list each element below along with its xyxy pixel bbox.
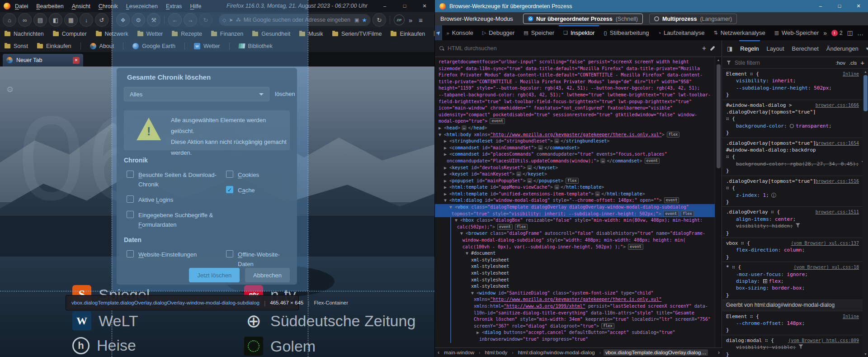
- rule-source-link[interactable]: browser.css:1666: [816, 102, 859, 109]
- rule-source-link[interactable]: (vom Browser) html.css:809: [788, 337, 859, 344]
- breadcrumb-item[interactable]: html:dialog#window-modal-dialog: [516, 349, 597, 356]
- filter-styles-input[interactable]: Stile filtern: [735, 60, 828, 66]
- breadcrumb-scroll-left-icon[interactable]: ‹: [438, 349, 439, 356]
- markup-line[interactable]: ▶ <html:template id="appMenu-viewCache">…: [435, 184, 715, 191]
- minimize-icon[interactable]: –: [811, 0, 830, 12]
- rule-source-link[interactable]: (vom Browser) xul.css:137: [791, 240, 859, 247]
- markup-line[interactable]: xml-stylesheet: [435, 283, 715, 290]
- meatball-menu-icon[interactable]: …: [857, 29, 863, 37]
- css-declaration[interactable]: --subdialog-inner-height: 502px;: [726, 85, 859, 91]
- rule-source-link[interactable]: Inline: [843, 313, 859, 320]
- overflow-chevron-icon[interactable]: »: [409, 16, 412, 24]
- rule-selector[interactable]: browser.css:1516.dialogOverlay[topmost="…: [726, 178, 859, 185]
- rule-source-link[interactable]: (vom Browser) xul.css:18: [794, 264, 859, 271]
- rule-source-link[interactable]: browser.css:1511: [816, 209, 859, 215]
- breadcrumb-scroll-right-icon[interactable]: ›: [718, 349, 720, 356]
- history-icon[interactable]: ↺: [95, 13, 108, 27]
- flex-toggle-icon[interactable]: [763, 279, 767, 283]
- markup-line[interactable]: xml-stylesheet: [435, 277, 715, 284]
- sidebar-tab-layout[interactable]: Layout: [767, 40, 784, 57]
- css-declaration[interactable]: align-items: center;: [726, 216, 859, 223]
- rule-selector[interactable]: ∷ {: [726, 115, 859, 122]
- color-swatch-icon[interactable]: [790, 124, 794, 128]
- tabs-overflow-icon[interactable]: »: [823, 29, 827, 37]
- pseudo-button[interactable]: :hov: [835, 60, 845, 66]
- rule-selector[interactable]: InlineElement ∷ {: [726, 71, 859, 77]
- css-declaration[interactable]: z-index: 1;i: [726, 192, 859, 199]
- markup-line[interactable]: xml-stylesheet: [435, 257, 715, 264]
- markup-line[interactable]: ▼ <vbox class="dialogTemplate dialogOver…: [435, 204, 715, 211]
- markup-line[interactable]: Chronik löschen" style="min-width: 34em"…: [435, 316, 715, 323]
- rule-selector[interactable]: ∷ {: [726, 185, 859, 191]
- breadcrumb-item[interactable]: vbox.dialogTemplate.dialogOverlay.dialog…: [604, 349, 708, 356]
- scroll-down-icon[interactable]: ▼: [863, 351, 868, 357]
- pseudo-button[interactable]: .cls: [849, 60, 857, 66]
- markup-line[interactable]: calc(100vh - 0px), var(--subdialog-inner…: [435, 244, 715, 251]
- scroll-up-icon[interactable]: ▲: [715, 57, 722, 63]
- rule-source-link[interactable]: browser.css:1654: [816, 140, 859, 147]
- markup-line[interactable]: icon="main-window" chromehidden="" fxast…: [435, 105, 715, 112]
- mode-option[interactable]: Multiprozess(Langsamer): [649, 14, 737, 24]
- markup-line[interactable]: ▼ <html:body xmlns="http://www.mozilla.o…: [435, 132, 715, 138]
- bookmark-item[interactable]: About: [90, 43, 114, 49]
- css-declaration[interactable]: --chrome-offset: 148px;: [726, 320, 859, 327]
- bookmark-folder[interactable]: Nachrichten: [5, 31, 44, 37]
- rule-selector[interactable]: browser.css:1654.dialogOverlay[topmost="…: [726, 140, 859, 147]
- dial-welt[interactable]: WWeLT: [72, 311, 138, 330]
- bookmark-folder[interactable]: Computer: [53, 31, 87, 37]
- sidebar-tab-berechnet[interactable]: Berechnet: [792, 40, 819, 57]
- archive-icon[interactable]: ▦: [64, 13, 78, 27]
- sidebar-tab-änderungen[interactable]: Änderungen: [826, 40, 859, 57]
- minimize-icon[interactable]: –: [375, 0, 395, 12]
- markup-scrollbar[interactable]: ▲: [715, 57, 722, 347]
- zip-addon-icon[interactable]: ZIP: [394, 14, 405, 25]
- markup-line[interactable]: modal-open="true">event: [435, 118, 715, 125]
- rules-scrollbar[interactable]: ▲ ▼: [863, 69, 868, 357]
- markup-line[interactable]: ▶ <keyset id="devtoolsKeyset">…</keyset>: [435, 165, 715, 171]
- markup-line[interactable]: oncommandupdate="PlacesUIUtils.updateCom…: [435, 158, 715, 165]
- hamburger-menu-icon[interactable]: ≡: [419, 16, 423, 24]
- markup-line[interactable]: Firefox Privater Modus" data-content-tit…: [435, 72, 715, 79]
- markup-line[interactable]: screenY="367" role="dialog" dialogroot="…: [435, 323, 715, 330]
- sidebar-tab-regeln[interactable]: Regeln: [740, 40, 759, 57]
- markup-line[interactable]: title-private="CONTENTTITLE - Mozilla Fi…: [435, 79, 715, 86]
- tab-konsole[interactable]: »Konsole: [442, 25, 478, 40]
- markup-line[interactable]: xml-stylesheet: [435, 270, 715, 277]
- bookmark-star-icon[interactable]: ★: [362, 17, 367, 24]
- markup-line[interactable]: ▶ <popupset id="mainPopupSet">…</popupse…: [435, 178, 715, 185]
- close-icon[interactable]: ✕: [849, 0, 868, 12]
- tab-speicher[interactable]: ▤Speicher: [519, 25, 559, 40]
- markup-line[interactable]: topmost="true" style="visibility: inheri…: [435, 211, 715, 218]
- error-badge[interactable]: ! 2: [831, 30, 843, 36]
- bookmark-item[interactable]: Sonst: [5, 43, 28, 49]
- tab-netzwerkanalyse[interactable]: ⇅Netzwerkanalyse: [709, 25, 769, 40]
- rule-selector[interactable]: (vom Browser) xul.css:137vbox ∷ {: [726, 240, 859, 247]
- css-declaration[interactable]: background-color: transparent;: [726, 123, 859, 129]
- scrollbar-thumb[interactable]: [717, 64, 721, 168]
- css-declaration[interactable]: flex-direction: column;: [726, 247, 859, 253]
- css-declaration[interactable]: box-sizing: border-box;: [726, 285, 859, 291]
- markup-line[interactable]: retargetdocumentfocus="urlbar-input" scr…: [435, 59, 715, 66]
- css-declaration[interactable]: background-color: rgba(28, 27, 34, 0.45)…: [726, 161, 859, 167]
- css-declaration[interactable]: visibility: hidden;: [726, 223, 859, 229]
- dial-s-ddeutsche-zeitung[interactable]: ⊕Süddeutsche Zeitung: [244, 311, 415, 330]
- maximize-icon[interactable]: □: [395, 0, 415, 12]
- breadcrumb-item[interactable]: main-window: [442, 349, 476, 356]
- close-icon[interactable]: ✕: [415, 0, 434, 12]
- rule-selector[interactable]: browser.css:1666#window-modal-dialog >: [726, 102, 859, 109]
- rule-selector[interactable]: InlineElement ∷ {: [726, 313, 859, 320]
- markup-line[interactable]: window-modal-dialog-subdialog" style="wi…: [435, 237, 715, 244]
- scrollbar-thumb[interactable]: [863, 75, 868, 111]
- css-declaration[interactable]: visibility: inherit;: [726, 77, 859, 84]
- markup-line[interactable]: --tabpanel-background-color: rgb(43, 42,…: [435, 92, 715, 99]
- markup-line[interactable]: ▶ <html:template id="unified-extensions-…: [435, 191, 715, 198]
- css-declaration[interactable]: visibility: visible;: [726, 344, 859, 351]
- tab-laufzeitanalyse[interactable]: ◔Laufzeitanalyse: [653, 25, 709, 40]
- mask-icon[interactable]: ∞: [18, 13, 32, 27]
- html-search-input[interactable]: HTML durchsuchen: [448, 45, 698, 52]
- markup-line[interactable]: xmlns="http://www.mozilla.org/keymaster/…: [435, 296, 715, 303]
- split-console-icon[interactable]: ◫: [847, 29, 853, 36]
- markup-line[interactable]: ▼ <html:dialog id="window-modal-dialog" …: [435, 197, 715, 204]
- markup-line[interactable]: ▶ <head>…</head>: [435, 125, 715, 132]
- markup-line[interactable]: ▶ <keyset id="mainKeyset">…</keyset>: [435, 171, 715, 178]
